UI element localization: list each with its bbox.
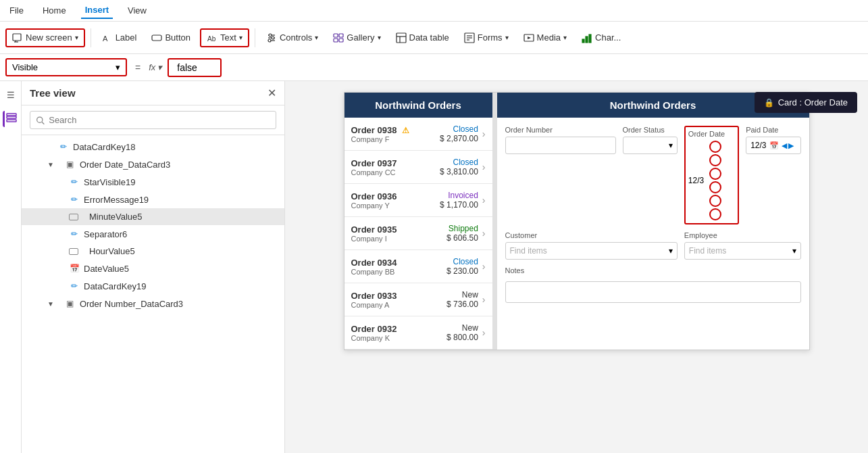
circle-5 [709, 195, 721, 207]
order-status-select[interactable]: ▾ [623, 137, 678, 154]
fx-chevron: ▾ [157, 62, 162, 72]
menu-view[interactable]: View [124, 3, 151, 18]
svg-rect-16 [397, 33, 406, 43]
svg-rect-26 [586, 37, 588, 43]
calendar-icon-datevalue5: 📅 [69, 263, 80, 274]
tree-panel: Tree view ✕ ✏ DataCardKey18 ▼ ▣ Order [22, 81, 285, 453]
tree-item-order-date-datacard3[interactable]: ▼ ▣ Order Date_DataCard3 [22, 156, 284, 173]
svg-point-9 [269, 34, 272, 37]
tree-title: Tree view [30, 87, 76, 99]
tree-item-minutevalue5[interactable]: MinuteValue5 [22, 208, 284, 225]
order-number-input[interactable] [505, 137, 616, 154]
order-item-0936[interactable]: Order 0936 Company Y Invoiced $ 1,170.00… [344, 184, 492, 217]
text-button[interactable]: Ab Text ▾ [200, 28, 249, 47]
date-picker-circles[interactable] [709, 141, 735, 220]
order-item-0932[interactable]: Order 0932 Company K New $ 800.00 › [344, 316, 492, 350]
menu-insert[interactable]: Insert [81, 2, 113, 19]
order-item-0938[interactable]: Order 0938 ⚠ Company F Closed $ 2,870.00… [344, 118, 492, 151]
tree-close-button[interactable]: ✕ [267, 87, 276, 99]
order-item-0935[interactable]: Order 0935 Company I Shipped $ 606.50 › [344, 217, 492, 250]
menu-file[interactable]: File [5, 3, 28, 18]
forms-button[interactable]: Forms ▾ [459, 30, 514, 46]
chevron-icon-0933: › [482, 294, 486, 305]
chevron-icon-0934: › [482, 261, 486, 272]
tooltip-text: Card : Order Date [778, 97, 848, 108]
toolbar-separator-2 [255, 28, 255, 47]
media-chevron: ▾ [563, 34, 567, 41]
customer-chevron: ▾ [669, 246, 673, 256]
order-item-0933[interactable]: Order 0933 Company A New $ 736.00 › [344, 283, 492, 316]
gallery-button[interactable]: Gallery ▾ [328, 30, 386, 46]
svg-rect-30 [7, 114, 16, 116]
notes-label-row: Notes [505, 266, 801, 275]
app-preview: Northwind Orders Order 0938 ⚠ Company F … [344, 92, 810, 350]
tree-search-box[interactable] [30, 111, 276, 129]
orders-list: Northwind Orders Order 0938 ⚠ Company F … [344, 93, 493, 350]
svg-rect-4 [152, 35, 161, 41]
gallery-chevron: ▾ [378, 34, 381, 41]
tree-header: Tree view ✕ [22, 81, 284, 105]
paid-date-input[interactable]: 12/3 📅 ◀ ▶ [746, 137, 800, 154]
order-item-0934[interactable]: Order 0934 Company BB Closed $ 230.00 › [344, 250, 492, 283]
edit-icon-separator6: ✏ [69, 229, 80, 239]
chevron-icon-0936: › [482, 195, 486, 206]
menu-home[interactable]: Home [39, 3, 70, 18]
tree-item-errormessage19[interactable]: ✏ ErrorMessage19 [22, 191, 284, 208]
tree-item-datevalue5[interactable]: 📅 DateValue5 [22, 260, 284, 277]
orders-list-header: Northwind Orders [344, 93, 492, 118]
employee-select[interactable]: Find items ▾ [684, 242, 801, 260]
order-detail: Northwind Orders Order Number Order Stat… [497, 93, 809, 350]
order-item-0937[interactable]: Order 0937 Company CC Closed $ 3,810.00 … [344, 151, 492, 184]
field-customer: Customer Find items ▾ [505, 231, 678, 260]
svg-rect-25 [582, 39, 584, 43]
circle-3 [709, 168, 721, 180]
tree-item-starvisible19[interactable]: ✏ StarVisible19 [22, 173, 284, 191]
data-table-button[interactable]: Data table [390, 30, 455, 46]
card-icon-order-number: ▣ [65, 298, 76, 309]
tree-item-datacardkey18[interactable]: ✏ DataCardKey18 [22, 138, 284, 156]
tree-search-area [22, 105, 284, 135]
button-button[interactable]: Button [146, 30, 196, 46]
edit-icon-datacardkey18: ✏ [58, 141, 69, 152]
search-input[interactable] [49, 115, 270, 125]
tree-item-datacardkey19[interactable]: ✏ DataCardKey19 [22, 277, 284, 295]
svg-text:A: A [103, 34, 108, 43]
controls-chevron: ▾ [315, 34, 318, 41]
customer-select[interactable]: Find items ▾ [505, 242, 678, 260]
menu-bar: File Home Insert View [0, 0, 868, 22]
edit-icon-datacardkey19: ✏ [69, 281, 80, 291]
formula-equals: = [132, 62, 143, 73]
chart-icon [582, 32, 592, 43]
employee-chevron: ▾ [792, 246, 796, 256]
toolbar: New screen ▾ A Label Button Ab Text ▾ Co… [0, 22, 868, 54]
sidebar-icon-layers[interactable] [3, 111, 19, 127]
controls-button[interactable]: Controls ▾ [261, 30, 324, 46]
svg-rect-14 [334, 39, 338, 42]
circle-6 [709, 208, 721, 220]
svg-point-10 [272, 37, 274, 39]
sidebar-icon-hamburger[interactable]: ☰ [3, 87, 19, 103]
notes-input[interactable] [505, 281, 801, 303]
media-button[interactable]: Media ▾ [518, 30, 572, 46]
tree-item-hourvalue5[interactable]: HourValue5 [22, 243, 284, 260]
chevron-icon-0937: › [482, 162, 486, 172]
chevron-icon-0932: › [482, 327, 486, 338]
detail-form: Order Number Order Status ▾ Order Date [497, 118, 809, 311]
text-icon: Ab [207, 32, 218, 43]
tree-item-order-number-datacard3[interactable]: ▼ ▣ Order Number_DataCard3 [22, 295, 284, 312]
edit-icon-starvisible19: ✏ [69, 176, 80, 187]
forms-chevron: ▾ [505, 34, 509, 41]
canvas: 🔒 Card : Order Date Northwind Orders Ord… [285, 81, 868, 453]
chart-button[interactable]: Char... [576, 30, 626, 46]
tree-item-separator6[interactable]: ✏ Separator6 [22, 225, 284, 243]
svg-line-32 [42, 122, 44, 124]
edit-icon-errormessage19: ✏ [69, 194, 80, 205]
lock-icon: 🔒 [764, 98, 774, 108]
formula-value[interactable]: false [168, 58, 222, 77]
toolbar-separator-1 [91, 28, 91, 47]
card-icon-order-date: ▣ [65, 159, 76, 170]
label-button[interactable]: A Label [97, 30, 143, 46]
property-dropdown[interactable]: Visible ▾ [5, 58, 127, 76]
formula-fx-button[interactable]: fx ▾ [149, 62, 162, 72]
new-screen-button[interactable]: New screen ▾ [5, 28, 85, 47]
